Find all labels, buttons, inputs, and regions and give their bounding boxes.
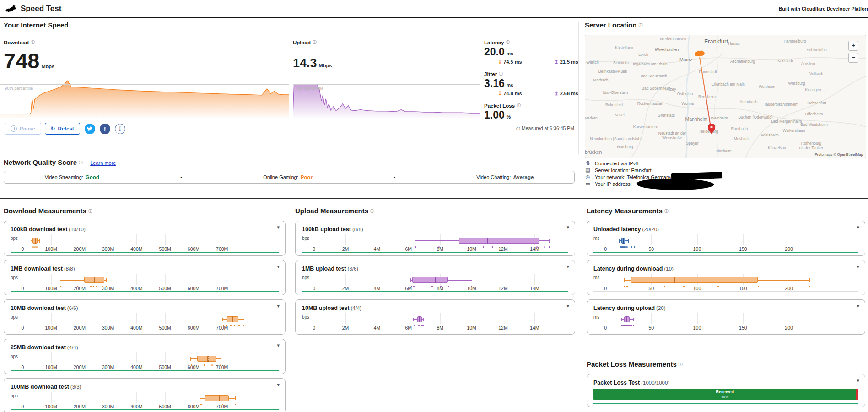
section-title-network-quality-score: Network Quality Scoreⓘ Learn more (4, 158, 116, 166)
map-zoom-in-button[interactable]: + (848, 41, 858, 51)
server-location-map[interactable]: FrankfurtWiesbadenMainzMannheimDarmstadt… (585, 35, 866, 158)
jitter-download-value: ↧74.8 ms (498, 91, 522, 97)
axis-tick-label: 400M (130, 286, 142, 291)
info-icon[interactable]: ⓘ (506, 40, 510, 44)
card-underline (11, 252, 279, 253)
app-header: Speed Test Built with Cloudflare Develop… (0, 0, 868, 18)
info-icon[interactable]: ⓘ (79, 160, 83, 165)
card-title: 25MB download test (11, 344, 66, 351)
connection-type-row: ⇅Connected via IPv6 (585, 160, 865, 167)
info-icon[interactable]: ⓘ (517, 103, 521, 108)
chevron-down-icon[interactable]: ▾ (277, 264, 280, 270)
card-underline (11, 370, 279, 371)
latency-download-value: ↧74.5 ms (498, 59, 522, 65)
card-count: (10/10) (69, 227, 85, 232)
section-title-your-internet-speed: Your Internet Speed (4, 21, 68, 29)
data-point (200, 404, 202, 405)
map-zoom-out-button[interactable]: − (848, 53, 858, 63)
info-icon[interactable]: ⓘ (664, 209, 669, 213)
axis-tick (108, 313, 108, 324)
share-twitter-button[interactable] (85, 124, 95, 134)
clock-icon: ◷ (516, 125, 522, 131)
data-point (34, 246, 36, 248)
info-icon[interactable]: ⓘ (638, 23, 642, 27)
axis-tick-label: 300M (102, 404, 114, 409)
median-line (435, 277, 436, 283)
axis-tick-label: 50 (648, 325, 654, 331)
measurement-card: 100MB download test(3/3)▾bps0100M200M300… (4, 378, 286, 412)
chevron-down-icon[interactable]: ▾ (277, 224, 280, 230)
axis-tick (136, 392, 137, 403)
chevron-down-icon[interactable]: ▾ (857, 264, 859, 270)
axis-tick-label: 500M (159, 246, 171, 252)
packet-loss-test-title: Packet Loss Test (593, 379, 640, 386)
axis-tick-label: 100 (693, 325, 701, 331)
axis-tick-label: 12M (498, 246, 507, 252)
axis-tick (194, 313, 194, 324)
data-point (440, 286, 442, 287)
card-count: (6/6) (67, 305, 78, 311)
chevron-down-icon[interactable]: ▾ (566, 224, 569, 230)
packets-received-segment: Received 99% (593, 389, 856, 400)
percentile-label: 0th percentile (297, 86, 323, 91)
axis-tick-label: 700M (216, 286, 228, 291)
median-line (626, 316, 627, 322)
whisker-cap (809, 278, 810, 282)
axis-tick (440, 313, 441, 324)
card-title: 1MB upload test (302, 266, 346, 272)
card-underline (593, 331, 858, 331)
box (631, 277, 758, 283)
nqs-item-poor: Online Gaming:Poor (263, 174, 313, 180)
data-point (230, 325, 232, 326)
learn-more-link[interactable]: Learn more (90, 160, 116, 166)
axis-tick-label: 2M (342, 325, 349, 331)
retest-button[interactable]: ↻Retest (45, 123, 80, 135)
chevron-down-icon[interactable]: ▾ (566, 264, 569, 270)
facebook-icon: f (104, 125, 106, 132)
axis-tick-label: 50 (648, 246, 654, 252)
axis-tick-label: 300M (102, 364, 114, 370)
box-plot: ms050100150200 (593, 234, 858, 254)
info-icon[interactable]: ⓘ (313, 40, 317, 44)
whisker-cap (624, 278, 625, 282)
info-icon[interactable]: ⓘ (679, 362, 683, 367)
info-icon[interactable]: ⓘ (499, 71, 503, 76)
median-line (623, 238, 624, 244)
data-point (60, 286, 61, 287)
user-location-pin-icon[interactable] (708, 124, 715, 134)
axis-tick (697, 234, 698, 245)
chevron-down-icon[interactable]: ▾ (277, 303, 280, 309)
chevron-down-icon[interactable]: ▾ (857, 378, 859, 384)
chevron-down-icon[interactable]: ▾ (277, 382, 280, 388)
info-icon[interactable]: ⓘ (31, 40, 35, 44)
axis-tick-label: 50 (648, 286, 654, 291)
info-icon[interactable]: ⓘ (370, 209, 374, 213)
box-plot: bps02M4M6M8M10M12M14M (302, 274, 568, 293)
latency-measurements-column: Latency Measurementsⓘ Unloaded latency(2… (587, 204, 865, 411)
percentile-line (0, 84, 289, 85)
chevron-down-icon[interactable]: ▾ (566, 303, 569, 309)
chevron-down-icon[interactable]: ▾ (857, 224, 859, 230)
mean-line (221, 395, 221, 401)
info-icon[interactable]: ⓘ (88, 209, 92, 213)
pause-button[interactable]: Pause (5, 123, 41, 135)
chevron-down-icon[interactable]: ▾ (277, 342, 280, 348)
card-count: (10) (664, 266, 673, 271)
axis-tick (503, 313, 503, 324)
axis-tick-label: 500M (159, 404, 171, 409)
data-point (664, 286, 665, 287)
whisker-cap (39, 239, 40, 243)
data-point (448, 286, 449, 287)
cloudflare-server-marker-icon[interactable] (694, 50, 705, 57)
measurement-card: 1MB upload test(6/6)▾bps02M4M6M8M10M12M1… (295, 260, 575, 295)
axis-tick-label: 200M (74, 404, 86, 409)
download-results-button[interactable]: ↧ (115, 124, 125, 134)
box-plot: bps0100M200M300M400M500M600M700M (11, 392, 279, 411)
share-facebook-button[interactable]: f (100, 124, 110, 134)
test-controls: Pause ↻Retest f ↧ (5, 123, 125, 135)
chevron-down-icon[interactable]: ▾ (857, 303, 859, 309)
axis-tick-label: 200M (74, 364, 86, 370)
data-point (492, 246, 493, 248)
data-point (226, 325, 227, 326)
axis-tick-label: 0 (604, 246, 607, 252)
